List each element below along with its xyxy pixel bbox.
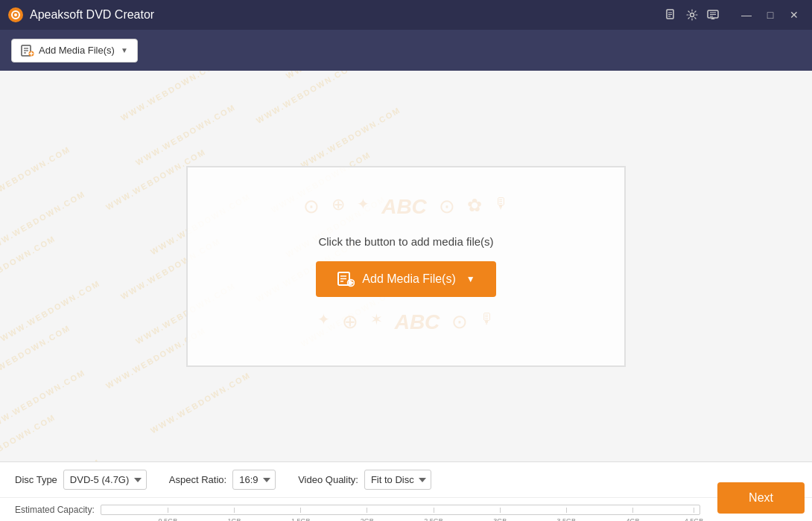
svg-point-7 (691, 13, 694, 17)
close-button[interactable]: ✕ (784, 4, 805, 25)
aspect-ratio-field: Aspect Ratio: 16:9 4:3 (169, 470, 276, 490)
add-file-icon (21, 44, 34, 57)
disc-icon-b2: ⊕ (342, 310, 358, 334)
add-media-center-button[interactable]: Add Media File(s) ▼ (316, 261, 495, 297)
video-quality-field: Video Quality: Fit to Disc Low Medium Hi… (298, 470, 431, 490)
disc-icon-2: ⊕ (332, 195, 345, 219)
video-quality-label: Video Quality: (298, 474, 358, 485)
title-bar-controls: — □ ✕ (663, 4, 805, 25)
tick-0.5gb: 0.5GB (168, 505, 168, 513)
bottom-controls-top: Disc Type DVD-5 (4.7G) DVD-9 (8.5G) DVD+… (0, 462, 812, 497)
tick-4.5gb: 4.5GB (694, 505, 694, 513)
disc-type-field: Disc Type DVD-5 (4.7G) DVD-9 (8.5G) DVD+… (15, 470, 147, 490)
dropdown-arrow: ▼ (121, 46, 128, 54)
help-icon[interactable] (705, 7, 721, 23)
disc-icon-1: ⊙ (303, 195, 320, 219)
tick-2gb: 2GB (367, 505, 367, 513)
add-file-center-icon (337, 270, 355, 288)
disc-icon-3: ⊙ (439, 195, 455, 219)
tick-3.5gb: 3.5GB (566, 505, 567, 513)
tick-3gb: 3GB (500, 505, 501, 513)
bottom-controls-bottom: Estimated Capacity: 0.5GB 1GB 1.5GB (0, 497, 812, 521)
mic-icon: 🎙 (494, 195, 509, 219)
disc-type-select[interactable]: DVD-5 (4.7G) DVD-9 (8.5G) DVD+R DVD-R (63, 470, 147, 490)
tick-4gb: 4GB (632, 505, 633, 513)
tick-1.5gb: 1.5GB (300, 505, 301, 513)
aspect-ratio-select[interactable]: 16:9 4:3 (232, 470, 276, 490)
video-quality-select[interactable]: Fit to Disc Low Medium High (364, 470, 431, 490)
app-logo (7, 7, 24, 23)
star-icon: ✿ (467, 195, 482, 219)
capacity-bar: 0.5GB 1GB 1.5GB 2GB 2.5GB (101, 505, 700, 515)
drop-zone-icons: ⊙ ⊕ ✦ ABC ⊙ ✿ 🎙 (303, 195, 509, 219)
drop-zone-icons-bottom: ✦ ⊕ ✶ ABC ⊙ 🎙 (317, 310, 495, 334)
disc-type-label: Disc Type (15, 474, 57, 485)
tick-1gb: 1GB (234, 505, 235, 513)
add-media-toolbar-button[interactable]: Add Media File(s) ▼ (11, 39, 138, 63)
title-bar-left: Apeaksoft DVD Creator (7, 7, 154, 23)
add-media-center-label: Add Media File(s) (362, 272, 455, 286)
maximize-button[interactable]: □ (760, 4, 781, 25)
disc-icon-b3: ⊙ (451, 310, 468, 334)
minimize-button[interactable]: — (736, 4, 757, 25)
tick-2.5gb: 2.5GB (434, 505, 434, 513)
mic-icon-b: 🎙 (480, 310, 495, 334)
abc-text: ABC (381, 195, 427, 219)
svg-point-2 (14, 13, 17, 16)
gear-icon[interactable] (684, 7, 700, 23)
next-button[interactable]: Next (717, 482, 805, 514)
bottom-controls: Disc Type DVD-5 (4.7G) DVD-9 (8.5G) DVD+… (0, 461, 812, 521)
drop-zone: ⊙ ⊕ ✦ ABC ⊙ ✿ 🎙 Click the button to add … (186, 166, 626, 367)
aspect-ratio-label: Aspect Ratio: (169, 474, 226, 485)
disc-icon-b1: ✦ (317, 310, 330, 334)
file-icon[interactable] (663, 7, 679, 23)
abc-text-b: ABC (395, 310, 440, 334)
app-title: Apeaksoft DVD Creator (30, 8, 154, 22)
capacity-label: Estimated Capacity: (15, 505, 95, 515)
center-dropdown-arrow: ▼ (466, 274, 475, 284)
toolbar: Add Media File(s) ▼ (0, 30, 812, 71)
drop-zone-message: Click the button to add media file(s) (318, 235, 493, 248)
plus-icon: ✦ (357, 195, 369, 219)
title-bar: Apeaksoft DVD Creator (0, 0, 812, 30)
dots-icon: ✶ (370, 310, 383, 334)
add-media-toolbar-label: Add Media File(s) (39, 45, 115, 56)
main-content: WWW.WEBDOWN.COM WWW.WEBDOWN.COM WWW.WEBD… (0, 71, 812, 461)
